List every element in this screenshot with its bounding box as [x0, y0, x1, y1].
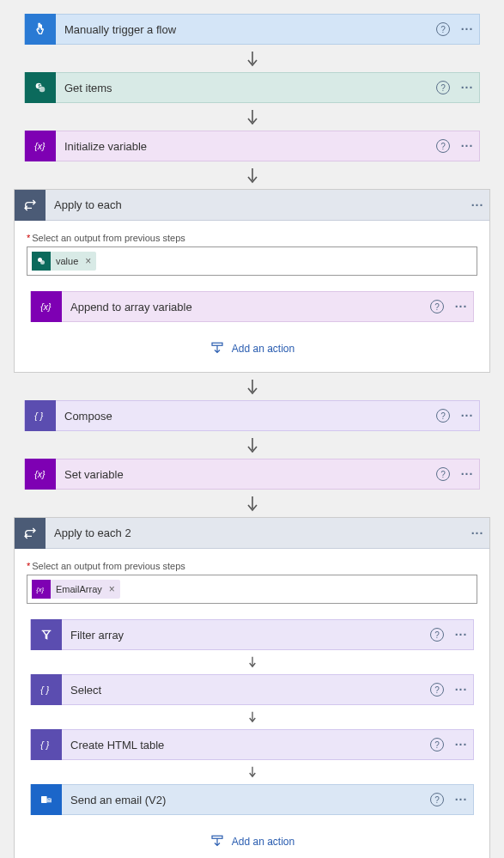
more-menu-icon[interactable]: ···: [455, 400, 479, 431]
sharepoint-icon: S: [25, 72, 56, 103]
step-apply-to-each[interactable]: Apply to each ···: [15, 190, 489, 221]
help-icon[interactable]: ?: [425, 674, 449, 705]
svg-text:{ }: { }: [40, 739, 49, 750]
foreach-icon: [15, 518, 46, 549]
step-get-items[interactable]: S Get items ? ···: [24, 72, 480, 103]
svg-text:S: S: [38, 83, 41, 88]
arrow-icon: [24, 161, 480, 189]
flow-canvas: Manually trigger a flow ? ··· S Get item…: [14, 14, 490, 858]
step-filter-array[interactable]: Filter array ? ···: [30, 619, 474, 650]
svg-text:{x}: {x}: [34, 469, 46, 479]
help-icon[interactable]: ?: [425, 619, 449, 650]
token-label: EmailArray: [56, 584, 102, 594]
variable-icon: {x}: [25, 459, 56, 490]
arrow-icon: [24, 431, 480, 459]
token-emailarray[interactable]: {x} EmailArray ×: [32, 580, 120, 599]
help-icon[interactable]: ?: [431, 14, 455, 45]
token-label: value: [56, 256, 78, 266]
variable-icon: {x}: [31, 291, 62, 322]
help-icon[interactable]: ?: [431, 459, 455, 490]
more-menu-icon[interactable]: ···: [455, 459, 479, 490]
help-icon[interactable]: ?: [425, 729, 449, 760]
arrow-icon: [30, 705, 474, 729]
help-icon[interactable]: ?: [431, 131, 455, 161]
output-selector-input[interactable]: value ×: [27, 246, 477, 276]
add-action-label: Add an action: [232, 343, 295, 355]
more-menu-icon[interactable]: ···: [455, 14, 479, 45]
step-initialize-variable[interactable]: {x} Initialize variable ? ···: [24, 131, 480, 161]
more-menu-icon[interactable]: ···: [455, 72, 479, 103]
arrow-icon: [30, 650, 474, 674]
step-trigger[interactable]: Manually trigger a flow ? ···: [24, 14, 480, 45]
step-title: Manually trigger a flow: [56, 23, 431, 36]
step-title: Filter array: [62, 629, 425, 642]
token-remove-icon[interactable]: ×: [85, 255, 91, 267]
step-title: Compose: [56, 410, 431, 423]
step-append-to-array[interactable]: {x} Append to array variable ? ···: [30, 291, 474, 322]
select-icon: { }: [31, 674, 62, 705]
step-apply-to-each-2[interactable]: Apply to each 2 ···: [15, 518, 489, 549]
svg-text:{x}: {x}: [40, 301, 52, 312]
svg-text:{ }: { }: [40, 685, 49, 695]
step-title: Apply to each: [46, 198, 465, 211]
field-label: *Select an output from previous steps: [27, 561, 477, 571]
step-title: Get items: [56, 82, 431, 94]
help-icon[interactable]: ?: [425, 291, 449, 322]
arrow-icon: [30, 760, 474, 784]
more-menu-icon[interactable]: ···: [455, 131, 479, 161]
add-action-button[interactable]: Add an action: [27, 827, 477, 851]
step-title: Apply to each 2: [46, 526, 465, 539]
help-icon[interactable]: ?: [425, 784, 449, 815]
foreach-icon: [15, 190, 46, 221]
filter-icon: [31, 619, 62, 650]
arrow-icon: [24, 103, 480, 131]
outlook-icon: [31, 784, 62, 815]
help-icon[interactable]: ?: [431, 72, 455, 103]
svg-rect-13: [41, 796, 47, 803]
svg-text:{ }: { }: [34, 411, 43, 421]
step-title: Select: [62, 684, 425, 697]
svg-text:{x}: {x}: [36, 586, 44, 593]
more-menu-icon[interactable]: ···: [449, 784, 473, 815]
manual-trigger-icon: [25, 14, 56, 45]
more-menu-icon[interactable]: ···: [449, 729, 473, 760]
more-menu-icon[interactable]: ···: [465, 190, 489, 221]
token-remove-icon[interactable]: ×: [109, 583, 115, 595]
arrow-icon: [24, 45, 480, 72]
sharepoint-icon: [32, 252, 51, 271]
step-create-html-table[interactable]: { } Create HTML table ? ···: [30, 729, 474, 760]
arrow-icon: [14, 373, 490, 400]
svg-rect-7: [212, 343, 222, 345]
apply-to-each-2-container: Apply to each 2 ··· *Select an output fr…: [14, 517, 490, 858]
token-value[interactable]: value ×: [32, 252, 96, 271]
html-table-icon: { }: [31, 729, 62, 760]
field-label: *Select an output from previous steps: [27, 233, 477, 243]
step-select[interactable]: { } Select ? ···: [30, 674, 474, 705]
variable-icon: {x}: [32, 580, 51, 599]
variable-icon: {x}: [25, 131, 56, 161]
more-menu-icon[interactable]: ···: [449, 674, 473, 705]
step-send-email[interactable]: Send an email (V2) ? ···: [30, 784, 474, 815]
step-title: Initialize variable: [56, 140, 431, 153]
svg-text:{x}: {x}: [34, 141, 46, 151]
step-set-variable[interactable]: {x} Set variable ? ···: [24, 459, 480, 490]
flow-column: { } Compose ? ··· {x} Set variable ? ···: [14, 400, 490, 517]
output-selector-input[interactable]: {x} EmailArray ×: [27, 575, 477, 604]
step-title: Create HTML table: [62, 739, 425, 752]
more-menu-icon[interactable]: ···: [449, 291, 473, 322]
arrow-icon: [24, 490, 480, 517]
flow-column: Manually trigger a flow ? ··· S Get item…: [14, 14, 490, 189]
step-title: Append to array variable: [62, 301, 425, 313]
step-title: Send an email (V2): [62, 794, 425, 806]
svg-rect-14: [212, 836, 222, 838]
more-menu-icon[interactable]: ···: [465, 518, 489, 549]
apply-to-each-container: Apply to each ··· *Select an output from…: [14, 189, 490, 373]
step-compose[interactable]: { } Compose ? ···: [24, 400, 480, 431]
compose-icon: { }: [25, 400, 56, 431]
add-action-label: Add an action: [232, 836, 295, 848]
svg-point-5: [40, 260, 45, 265]
more-menu-icon[interactable]: ···: [449, 619, 473, 650]
add-action-button[interactable]: Add an action: [27, 334, 477, 358]
step-title: Set variable: [56, 468, 431, 481]
help-icon[interactable]: ?: [431, 400, 455, 431]
